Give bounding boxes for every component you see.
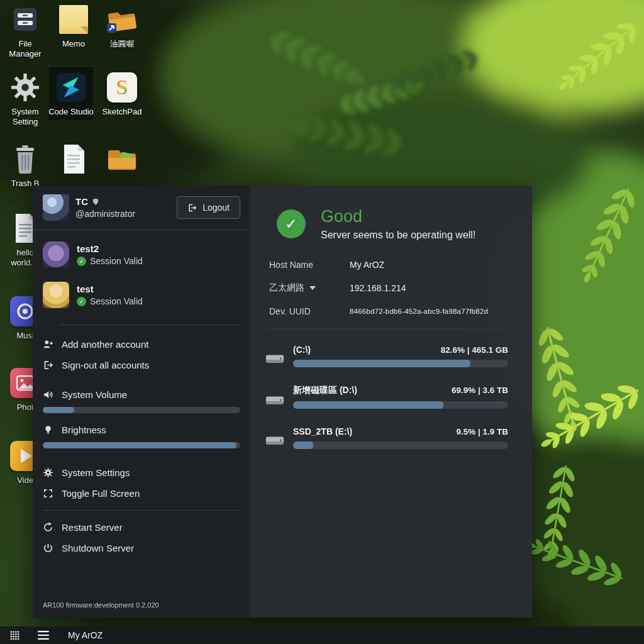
taskbar-menu-button[interactable] (38, 631, 49, 640)
divider (265, 329, 508, 330)
power-icon (43, 543, 53, 553)
hamburger-icon (38, 631, 49, 640)
add-account-label: Add another account (62, 339, 148, 350)
network-interface-dropdown[interactable]: 乙太網路 (269, 282, 350, 294)
shutdown-server-label: Shutdown Server (62, 543, 134, 553)
volume-slider-block: System Volume (43, 387, 240, 413)
desktop-icon-shortcut-folder[interactable]: 油圓喔 (99, 3, 145, 49)
apps-grid-icon (10, 631, 19, 640)
gear-icon (8, 70, 42, 104)
check-circle-icon: ✓ (77, 257, 86, 266)
ip-address-value: 192.168.1.214 (350, 283, 406, 293)
server-status-header: ✓ Good Server seems to be operating well… (277, 207, 508, 241)
desktop-icon-folder-item[interactable] (99, 142, 145, 179)
person-plus-icon (43, 339, 53, 350)
disk-usage-bar (293, 441, 508, 449)
hard-drive-icon (265, 433, 284, 448)
network-row: 乙太網路 192.168.1.214 (269, 282, 508, 294)
signout-all-item[interactable]: Sign-out all accounts (43, 355, 240, 375)
hostname-label: Host Name (269, 260, 350, 270)
account-avatar (43, 242, 69, 268)
desktop-icon-code-studio[interactable]: Code Studio (48, 67, 94, 121)
disk-name: SSD_2TB (E:\) (293, 426, 352, 436)
status-check-icon: ✓ (277, 209, 306, 238)
sign-out-icon (43, 360, 53, 370)
restart-server-label: Restart Server (62, 522, 123, 533)
user-menu-column: TC @administrator Logout test2 ✓ (33, 186, 250, 618)
account-name: test2 (77, 243, 143, 254)
disk-usage-bar (293, 401, 508, 409)
current-user-header: TC @administrator Logout (43, 194, 240, 221)
firmware-version: AR100 firmware:development 0.2.020 (43, 597, 240, 611)
desktop-icon-label: 油圓喔 (99, 39, 145, 49)
hard-drive-icon (265, 393, 284, 408)
system-settings-item[interactable]: System Settings (43, 462, 240, 483)
disk-usage-fill (293, 360, 470, 367)
disk-stats: 9.5% | 1.9 TB (456, 427, 508, 436)
desktop-icon-memo[interactable]: Memo (51, 3, 96, 49)
folder-shortcut-icon (105, 3, 139, 36)
logout-label: Logout (203, 203, 230, 213)
disk-name: 新增磁碟區 (D:\) (293, 385, 357, 396)
shield-icon (92, 197, 99, 206)
session-status: Session Valid (90, 256, 143, 266)
desktop-icon-trash-bin[interactable]: Trash B (3, 142, 48, 189)
desktop-icon-document[interactable] (51, 142, 96, 179)
volume-label: System Volume (62, 389, 127, 400)
desktop-icon-label: Code Studio (48, 107, 94, 117)
account-name: test (77, 284, 143, 294)
account-row-test2[interactable]: test2 ✓ Session Valid (43, 242, 240, 268)
user-avatar (43, 194, 69, 221)
file-manager-icon (8, 3, 42, 36)
document-icon (57, 142, 91, 176)
taskbar-host-label: My ArOZ (68, 630, 103, 640)
brightness-fill (43, 442, 236, 448)
sketchpad-icon: S (105, 70, 139, 104)
server-status-column: ✓ Good Server seems to be operating well… (250, 186, 532, 618)
disk-row-e: SSD_2TB (E:\) 9.5% | 1.9 TB (265, 426, 508, 449)
desktop-icon-sketchpad[interactable]: S SketchPad (99, 70, 145, 117)
desktop-icon-system-setting[interactable]: System Setting (3, 70, 48, 128)
bulb-icon (43, 425, 53, 435)
shutdown-server-item[interactable]: Shutdown Server (43, 538, 240, 558)
hard-drive-icon (265, 352, 284, 367)
desktop-icon-label: System Setting (3, 107, 48, 128)
disk-stats: 82.6% | 465.1 GB (441, 345, 508, 355)
taskbar: My ArOZ (0, 626, 644, 644)
disk-row-d: 新增磁碟區 (D:\) 69.9% | 3.6 TB (265, 385, 508, 409)
divider (33, 230, 250, 230)
signout-all-label: Sign-out all accounts (62, 360, 149, 370)
divider (60, 325, 240, 325)
disk-usage-fill (293, 401, 443, 409)
logout-button[interactable]: Logout (177, 196, 240, 219)
start-menu-button[interactable] (0, 626, 29, 644)
uuid-value: 8466bd72-bdb6-452a-abc9-fa98a77fb82d (350, 308, 488, 315)
toggle-fullscreen-item[interactable]: Toggle Full Screen (43, 483, 240, 504)
disk-name: (C:\) (293, 345, 311, 355)
disk-stats: 69.9% | 3.6 TB (452, 386, 508, 395)
gear-icon (43, 467, 53, 478)
desktop-icon-label: File Manager (3, 39, 48, 60)
disk-usage-bar (293, 360, 508, 367)
desktop-icon-label: SketchPad (99, 107, 145, 117)
toggle-fullscreen-label: Toggle Full Screen (62, 488, 140, 499)
volume-fill (43, 407, 74, 413)
brightness-label-row: Brightness (43, 422, 240, 438)
trash-icon (8, 142, 42, 176)
restart-server-item[interactable]: Restart Server (43, 517, 240, 538)
account-row-test[interactable]: test ✓ Session Valid (43, 282, 240, 308)
user-handle: @administrator (75, 209, 170, 219)
status-message: Server seems to be operating well! (321, 230, 475, 241)
desktop-icon-file-manager[interactable]: File Manager (3, 3, 48, 60)
memo-icon (57, 3, 91, 36)
volume-slider[interactable] (43, 407, 240, 413)
brightness-slider[interactable] (43, 442, 240, 448)
status-state: Good (321, 207, 475, 226)
hostname-value: My ArOZ (350, 260, 384, 270)
add-account-item[interactable]: Add another account (43, 334, 240, 355)
code-studio-icon (54, 70, 88, 104)
fullscreen-icon (43, 488, 53, 499)
folder-with-item-icon (105, 142, 139, 176)
session-status: Session Valid (90, 296, 143, 306)
disk-row-c: (C:\) 82.6% | 465.1 GB (265, 345, 508, 367)
